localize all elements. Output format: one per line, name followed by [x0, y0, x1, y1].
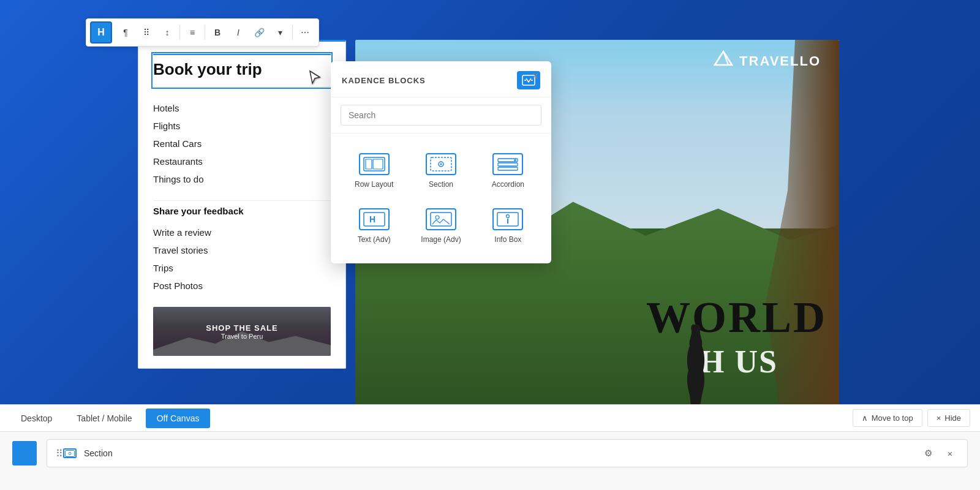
- drag-btn[interactable]: ⠿: [137, 23, 156, 42]
- section-block-icon: [63, 448, 77, 458]
- search-input[interactable]: [341, 105, 541, 126]
- section-row: Section: [63, 448, 919, 458]
- blocks-grid: Row Layout Section: [331, 134, 551, 263]
- toolbar-sep1: [179, 25, 180, 40]
- move-to-top-label: Move to top: [872, 413, 913, 423]
- nav-travel-stories[interactable]: Travel stories: [153, 241, 331, 259]
- nav-hotels[interactable]: Hotels: [153, 99, 331, 117]
- tab-tablet-mobile[interactable]: Tablet / Mobile: [66, 409, 143, 428]
- tab-desktop[interactable]: Desktop: [10, 409, 63, 428]
- promo-image: SHOP THE SALE Travel to Peru: [153, 307, 331, 356]
- text-adv-icon: H: [359, 208, 390, 230]
- block-image-adv[interactable]: Image (Adv): [407, 198, 474, 254]
- promo-text2: Travel to Peru: [221, 333, 263, 340]
- section-row-box: ⠿ Section ⚙ ×: [47, 439, 968, 467]
- image-adv-label: Image (Adv): [421, 235, 461, 244]
- svg-rect-21: [66, 450, 75, 456]
- section-icon: [426, 153, 456, 175]
- accordion-label: Accordion: [492, 180, 524, 189]
- nav-write-review[interactable]: Write a review: [153, 224, 331, 241]
- content-panel: Book your trip Hotels Flights Rental Car…: [138, 40, 346, 369]
- block-row-layout[interactable]: Row Layout: [341, 143, 407, 198]
- block-toolbar: H ¶ ⠿ ↕ ≡ B I 🔗 ▾ ⋯: [86, 18, 319, 47]
- bold-btn[interactable]: B: [208, 23, 227, 42]
- section-label: Section: [429, 180, 453, 189]
- h-label: H: [97, 27, 105, 38]
- nav-restaurants[interactable]: Restaurants: [153, 153, 331, 170]
- svg-rect-10: [498, 163, 518, 166]
- close-icon: ×: [937, 413, 941, 423]
- nav-trips[interactable]: Trips: [153, 259, 331, 277]
- link-dropdown-btn[interactable]: ▾: [270, 23, 290, 42]
- nav-flights[interactable]: Flights: [153, 117, 331, 135]
- text-adv-label: Text (Adv): [358, 235, 391, 244]
- align-btn[interactable]: ≡: [183, 23, 202, 42]
- feedback-header: Share your feedback: [153, 200, 331, 216]
- tab-off-canvas[interactable]: Off Canvas: [146, 409, 211, 428]
- more-options-btn[interactable]: ⋯: [295, 23, 315, 42]
- kadence-search-area: [331, 97, 551, 134]
- tent-icon: [714, 49, 733, 73]
- section-settings-btn[interactable]: ⚙: [919, 445, 937, 462]
- chevron-up-icon: ∧: [862, 413, 868, 423]
- nav-rental-cars[interactable]: Rental Cars: [153, 135, 331, 153]
- toolbar-sep3: [292, 25, 293, 40]
- hide-label: Hide: [944, 413, 961, 423]
- kadence-header: KADENCE BLOCKS: [331, 61, 551, 97]
- info-box-icon: [492, 208, 523, 230]
- info-box-label: Info Box: [494, 235, 521, 244]
- section-close-btn[interactable]: ×: [941, 445, 959, 462]
- nav-section-1: Hotels Flights Rental Cars Restaurants T…: [153, 99, 331, 188]
- bottom-bar: Desktop Tablet / Mobile Off Canvas ∧ Mov…: [0, 404, 980, 490]
- link-btn[interactable]: 🔗: [249, 23, 269, 42]
- nav-things-to-do[interactable]: Things to do: [153, 170, 331, 188]
- nav-post-photos[interactable]: Post Photos: [153, 277, 331, 295]
- heading-block-btn[interactable]: H: [90, 21, 112, 43]
- svg-rect-11: [498, 167, 518, 170]
- block-text-adv[interactable]: H Text (Adv): [341, 198, 407, 254]
- svg-point-19: [507, 215, 510, 218]
- section-name: Section: [84, 448, 113, 458]
- kadence-title: KADENCE BLOCKS: [342, 76, 426, 85]
- italic-btn[interactable]: I: [228, 23, 248, 42]
- paragraph-btn[interactable]: ¶: [116, 23, 135, 42]
- bottom-content: ⠿ Section ⚙ ×: [0, 432, 980, 475]
- nav-section-2: Write a review Travel stories Trips Post…: [153, 224, 331, 295]
- kadence-popup: KADENCE BLOCKS × Row Layout: [331, 61, 551, 263]
- svg-text:H: H: [369, 214, 375, 224]
- image-adv-icon: [426, 208, 456, 230]
- block-info-box[interactable]: Info Box: [475, 198, 541, 254]
- person-silhouette: [674, 318, 717, 417]
- svg-point-17: [435, 216, 439, 219]
- book-title: Book your trip: [153, 54, 331, 87]
- brand-name: TRAVELLO: [739, 53, 821, 69]
- promo-overlay: SHOP THE SALE Travel to Peru: [153, 307, 331, 356]
- move-btn[interactable]: ↕: [157, 23, 177, 42]
- bottom-tabs: Desktop Tablet / Mobile Off Canvas ∧ Mov…: [0, 405, 980, 432]
- hide-btn[interactable]: × Hide: [927, 409, 970, 427]
- row-layout-label: Row Layout: [355, 180, 393, 189]
- tab-actions: ∧ Move to top × Hide: [853, 409, 970, 427]
- row-layout-icon: [359, 153, 390, 175]
- section-color-block: [12, 441, 37, 466]
- svg-rect-4: [366, 159, 372, 169]
- toolbar-sep2: [205, 25, 205, 40]
- drag-handle[interactable]: ⠿: [56, 448, 63, 459]
- svg-point-8: [440, 164, 442, 165]
- kadence-close-btn[interactable]: ×: [527, 67, 544, 85]
- svg-rect-16: [431, 213, 451, 226]
- move-to-top-btn[interactable]: ∧ Move to top: [853, 409, 922, 427]
- accordion-icon: [492, 153, 523, 175]
- svg-rect-5: [373, 159, 383, 169]
- block-accordion[interactable]: Accordion: [475, 143, 541, 198]
- promo-text1: SHOP THE SALE: [206, 323, 278, 333]
- svg-point-22: [69, 452, 71, 454]
- block-section[interactable]: Section: [407, 143, 474, 198]
- travello-logo: TRAVELLO: [714, 49, 821, 73]
- section-actions: ⚙ ×: [919, 445, 959, 462]
